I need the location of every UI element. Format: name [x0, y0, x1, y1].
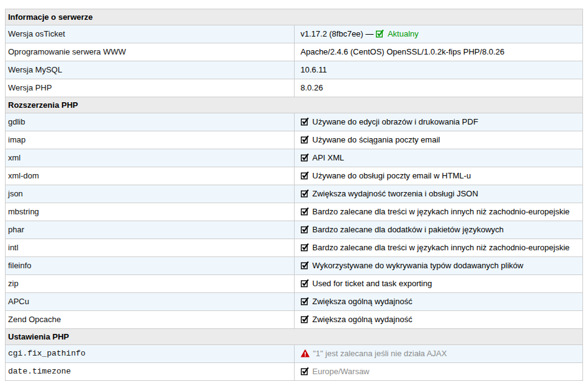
section-header: Ustawienia PHP	[6, 329, 583, 345]
row-label: xml-dom	[6, 167, 295, 185]
row-value: v1.17.2 (8fbc7ee) — Aktualny	[294, 25, 583, 43]
section-row: Rozszerzenia PHP	[6, 97, 583, 113]
row-label: Wersja osTicket	[6, 25, 295, 43]
section-row: Informacje o serwerze	[6, 9, 583, 25]
row-label: zip	[6, 275, 295, 293]
value-text: Used for ticket and task exporting	[313, 279, 432, 288]
row-value: Używane do obsługi poczty email w HTML-u	[294, 167, 583, 185]
table-row: fileinfoWykorzystywane do wykrywania typ…	[6, 257, 583, 275]
row-label: Wersja PHP	[6, 79, 295, 97]
row-value: "1" jest zalecana jeśli nie działa AJAX	[294, 345, 583, 363]
table-row: APCuZwiększa ogólną wydajność	[6, 293, 583, 311]
table-row: Oprogramowanie serwera WWWApache/2.4.6 (…	[6, 43, 583, 61]
checkbox-checked-icon	[301, 315, 309, 323]
row-label: mbstring	[6, 203, 295, 221]
table-row: intlBardzo zalecane dla treści w językac…	[6, 239, 583, 257]
row-label: imap	[6, 131, 295, 149]
value-text: "1" jest zalecana jeśli nie działa AJAX	[313, 349, 447, 358]
row-value: Używane do ściągania poczty email	[294, 131, 583, 149]
checkbox-checked-icon	[301, 171, 309, 180]
row-label: Zend Opcache	[6, 311, 295, 329]
checkbox-checked-icon	[301, 153, 309, 162]
row-label: phar	[6, 221, 295, 239]
checkbox-checked-icon	[301, 135, 309, 144]
row-label: APCu	[6, 293, 295, 311]
row-value: Wykorzystywane do wykrywania typów dodaw…	[294, 257, 583, 275]
checkbox-checked-icon	[301, 207, 309, 216]
row-label: cgi.fix_pathinfo	[6, 345, 295, 363]
value-text: Zwiększa wydajność tworzenia i obsługi J…	[313, 189, 478, 198]
row-label: date.timezone	[6, 363, 295, 381]
value-text: Wykorzystywane do wykrywania typów dodaw…	[313, 261, 523, 270]
value-text: API XML	[313, 153, 344, 162]
row-value: Bardzo zalecane dla treści w językach in…	[294, 203, 583, 221]
value-prefix: v1.17.2 (8fbc7ee) —	[301, 29, 376, 38]
value-text: Apache/2.4.6 (CentOS) OpenSSL/1.0.2k-fip…	[301, 47, 505, 56]
row-value: Europe/Warsaw	[294, 363, 583, 381]
table-row: mbstringBardzo zalecane dla treści w jęz…	[6, 203, 583, 221]
value-text: Bardzo zalecane dla treści w językach in…	[313, 207, 570, 216]
value-text: 8.0.26	[301, 83, 323, 92]
row-label: Oprogramowanie serwera WWW	[6, 43, 295, 61]
table-row: Wersja MySQL10.6.11	[6, 61, 583, 79]
value-text: Aktualny	[388, 29, 419, 38]
checkbox-checked-icon	[301, 261, 309, 269]
table-row: pharBardzo zalecane dla dodatków i pakie…	[6, 221, 583, 239]
table-row: cgi.fix_pathinfo"1" jest zalecana jeśli …	[6, 345, 583, 363]
table-row: Wersja osTicketv1.17.2 (8fbc7ee) — Aktua…	[6, 25, 583, 43]
system-info-table: Informacje o serwerzeWersja osTicketv1.1…	[5, 9, 583, 381]
table-row: gdlibUżywane do edycji obrazów i drukowa…	[6, 113, 583, 131]
row-value: 10.6.11	[294, 61, 583, 79]
row-label: intl	[6, 239, 295, 257]
table-row: xml-domUżywane do obsługi poczty email w…	[6, 167, 583, 185]
checkbox-checked-icon	[301, 243, 309, 252]
checkbox-checked-icon	[301, 297, 309, 305]
warning-triangle-icon	[301, 349, 310, 357]
value-text: Używane do ściągania poczty email	[313, 135, 440, 144]
value-text: 10.6.11	[301, 65, 327, 74]
row-value: 8.0.26	[294, 79, 583, 97]
value-text: Zwiększa ogólną wydajność	[313, 297, 412, 306]
checkbox-checked-icon	[301, 225, 309, 234]
checkbox-checked-icon	[301, 279, 309, 287]
table-row: imapUżywane do ściągania poczty email	[6, 131, 583, 149]
value-text: Europe/Warsaw	[313, 367, 370, 376]
section-row: Ustawienia PHP	[6, 329, 583, 345]
table-row: Zend OpcacheZwiększa ogólną wydajność	[6, 311, 583, 329]
table-row: zipUsed for ticket and task exporting	[6, 275, 583, 293]
row-value: API XML	[294, 149, 583, 167]
row-value: Apache/2.4.6 (CentOS) OpenSSL/1.0.2k-fip…	[294, 43, 583, 61]
row-value: Używane do edycji obrazów i drukowania P…	[294, 113, 583, 131]
row-label: Wersja MySQL	[6, 61, 295, 79]
row-label: fileinfo	[6, 257, 295, 275]
row-value: Zwiększa ogólną wydajność	[294, 311, 583, 329]
row-value: Zwiększa wydajność tworzenia i obsługi J…	[294, 185, 583, 203]
section-header: Informacje o serwerze	[6, 9, 583, 25]
value-text: Bardzo zalecane dla treści w językach in…	[313, 243, 570, 252]
system-info-table-body: Informacje o serwerzeWersja osTicketv1.1…	[6, 9, 583, 381]
row-label: json	[6, 185, 295, 203]
table-row: Wersja PHP8.0.26	[6, 79, 583, 97]
checkbox-checked-green-icon	[376, 29, 384, 38]
row-value: Used for ticket and task exporting	[294, 275, 583, 293]
section-header: Rozszerzenia PHP	[6, 97, 583, 113]
row-value: Bardzo zalecane dla dodatków i pakietów …	[294, 221, 583, 239]
value-text: Używane do edycji obrazów i drukowania P…	[313, 117, 478, 126]
value-text: Zwiększa ogólną wydajność	[313, 315, 412, 324]
checkbox-checked-icon	[301, 189, 309, 198]
table-row: date.timezoneEurope/Warsaw	[6, 363, 583, 381]
value-text: Bardzo zalecane dla dodatków i pakietów …	[313, 225, 504, 234]
row-value: Bardzo zalecane dla treści w językach in…	[294, 239, 583, 257]
row-label: xml	[6, 149, 295, 167]
system-information-page: Informacje o serwerzeWersja osTicketv1.1…	[0, 0, 588, 381]
table-row: jsonZwiększa wydajność tworzenia i obsłu…	[6, 185, 583, 203]
value-text: Używane do obsługi poczty email w HTML-u	[313, 171, 471, 180]
table-row: xmlAPI XML	[6, 149, 583, 167]
row-label: gdlib	[6, 113, 295, 131]
row-value: Zwiększa ogólną wydajność	[294, 293, 583, 311]
checkbox-checked-icon	[301, 117, 309, 126]
checkbox-checked-icon	[301, 367, 309, 375]
